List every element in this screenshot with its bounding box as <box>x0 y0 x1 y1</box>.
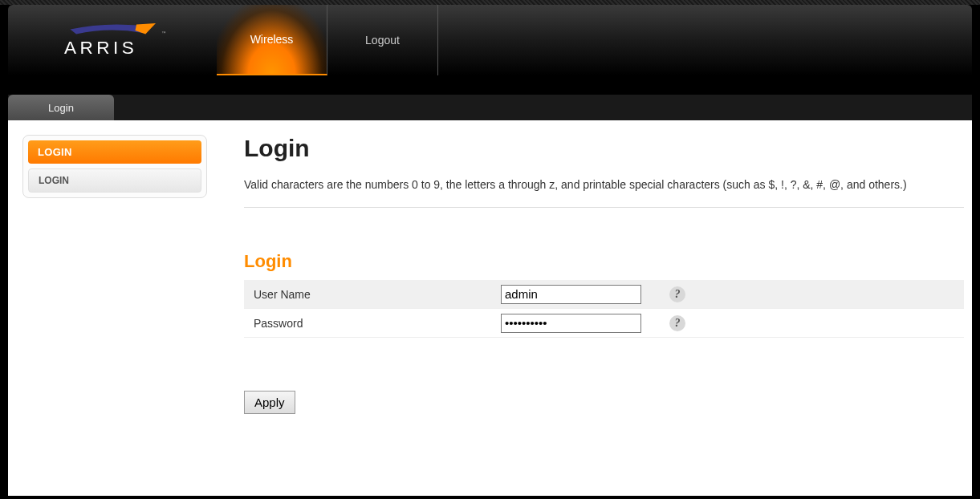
username-label: User Name <box>244 288 501 301</box>
content-area: LOGIN LOGIN Login Valid characters are t… <box>8 120 972 496</box>
nav-logout[interactable]: Logout <box>327 5 438 75</box>
page-description: Valid characters are the numbers 0 to 9,… <box>244 178 964 208</box>
sidebar: LOGIN LOGIN <box>22 135 207 496</box>
nav-logout-label: Logout <box>365 34 400 47</box>
subnav-tab-login[interactable]: Login <box>8 95 114 120</box>
page-title: Login <box>244 135 964 162</box>
nav-wireless[interactable]: Wireless <box>217 5 327 75</box>
svg-text:ARRIS: ARRIS <box>64 38 137 58</box>
help-icon[interactable]: ? <box>669 315 685 331</box>
primary-nav: Wireless Logout <box>217 5 438 75</box>
header-bar: ARRIS ™ Wireless Logout <box>8 5 972 75</box>
apply-button-label: Apply <box>254 396 285 409</box>
password-label: Password <box>244 317 501 330</box>
section-title: Login <box>244 251 964 272</box>
sidebar-heading: LOGIN <box>28 140 201 164</box>
main-panel: Login Valid characters are the numbers 0… <box>207 135 972 496</box>
row-password: Password ? <box>244 309 964 338</box>
svg-text:™: ™ <box>162 30 166 35</box>
username-input[interactable] <box>501 285 641 304</box>
subnav-bar: Login <box>8 95 972 120</box>
subnav-tab-login-label: Login <box>48 102 74 114</box>
password-input[interactable] <box>501 314 641 333</box>
arris-logo-svg: ARRIS ™ <box>52 16 173 64</box>
sidebar-item-login[interactable]: LOGIN <box>28 168 201 193</box>
help-icon[interactable]: ? <box>669 286 685 302</box>
row-username: User Name ? <box>244 280 964 309</box>
nav-wireless-label: Wireless <box>250 33 294 46</box>
sidebar-box: LOGIN LOGIN <box>22 135 207 198</box>
sidebar-item-login-label: LOGIN <box>39 175 69 186</box>
apply-button[interactable]: Apply <box>244 391 295 414</box>
brand-logo: ARRIS ™ <box>8 5 217 75</box>
